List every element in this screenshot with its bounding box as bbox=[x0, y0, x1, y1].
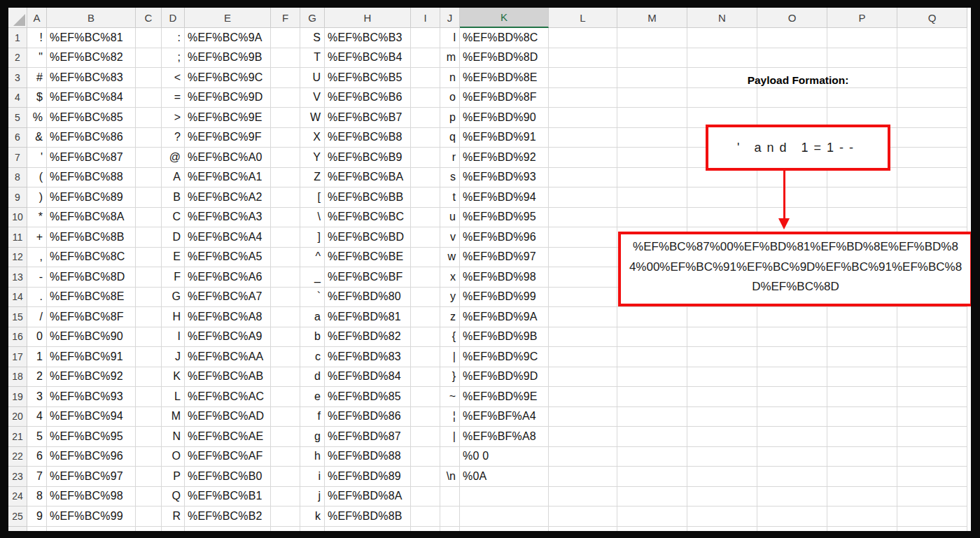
cell-I18[interactable] bbox=[411, 367, 440, 388]
row-header-12[interactable]: 12 bbox=[8, 248, 27, 268]
cell-A25[interactable]: 9 bbox=[27, 507, 47, 527]
cell-I13[interactable] bbox=[411, 267, 440, 288]
cell-I20[interactable] bbox=[411, 407, 440, 427]
cell-C19[interactable] bbox=[136, 387, 162, 407]
cell-F16[interactable] bbox=[271, 327, 300, 348]
cell-C12[interactable] bbox=[136, 248, 162, 268]
cell-A8[interactable]: ( bbox=[27, 168, 47, 188]
cell-F10[interactable] bbox=[271, 208, 300, 228]
cell-G13[interactable]: _ bbox=[300, 267, 325, 288]
cell-E11[interactable]: %EF%BC%A4 bbox=[185, 227, 271, 248]
row-header-18[interactable]: 18 bbox=[8, 367, 27, 388]
cell-N19[interactable] bbox=[687, 387, 757, 407]
cell-C18[interactable] bbox=[136, 367, 162, 388]
cell-B3[interactable]: %EF%BC%83 bbox=[47, 68, 136, 88]
cell-M15[interactable] bbox=[617, 307, 687, 327]
cell-M26[interactable] bbox=[617, 527, 687, 532]
cell-J15[interactable]: z bbox=[440, 307, 460, 327]
cell-B2[interactable]: %EF%BC%82 bbox=[47, 48, 136, 69]
column-header-H[interactable]: H bbox=[325, 8, 411, 28]
cell-F7[interactable] bbox=[271, 148, 300, 168]
cell-Q4[interactable] bbox=[897, 88, 967, 108]
cell-C13[interactable] bbox=[136, 267, 162, 288]
cell-C17[interactable] bbox=[136, 347, 162, 367]
cell-D3[interactable]: < bbox=[162, 68, 185, 88]
column-header-M[interactable]: M bbox=[617, 8, 687, 28]
cell-N20[interactable] bbox=[687, 407, 757, 427]
row-header-22[interactable]: 22 bbox=[8, 447, 27, 467]
cell-M10[interactable] bbox=[617, 208, 687, 228]
cell-Q17[interactable] bbox=[897, 347, 967, 367]
cell-F19[interactable] bbox=[271, 387, 300, 407]
cell-G12[interactable]: ^ bbox=[300, 248, 325, 268]
cell-B21[interactable]: %EF%BC%95 bbox=[47, 427, 136, 447]
cell-J7[interactable]: r bbox=[440, 148, 460, 168]
cell-H24[interactable]: %EF%BD%8A bbox=[325, 487, 411, 507]
cell-F21[interactable] bbox=[271, 427, 300, 447]
cell-G14[interactable]: ` bbox=[300, 288, 325, 308]
cell-L12[interactable] bbox=[549, 248, 617, 268]
select-all-corner[interactable] bbox=[8, 8, 27, 28]
cell-P16[interactable] bbox=[827, 327, 897, 348]
column-header-G[interactable]: G bbox=[300, 8, 325, 28]
column-header-L[interactable]: L bbox=[549, 8, 617, 28]
cell-D8[interactable]: A bbox=[162, 168, 185, 188]
cell-G21[interactable]: g bbox=[300, 427, 325, 447]
cell-I14[interactable] bbox=[411, 288, 440, 308]
cell-H20[interactable]: %EF%BD%86 bbox=[325, 407, 411, 427]
cell-E25[interactable]: %EF%BC%B2 bbox=[185, 507, 271, 527]
cell-L2[interactable] bbox=[549, 48, 617, 69]
cell-F8[interactable] bbox=[271, 168, 300, 188]
cell-J10[interactable]: u bbox=[440, 208, 460, 228]
column-header-P[interactable]: P bbox=[827, 8, 897, 28]
cell-H2[interactable]: %EF%BC%B4 bbox=[325, 48, 411, 69]
cell-G15[interactable]: a bbox=[300, 307, 325, 327]
cell-C22[interactable] bbox=[136, 447, 162, 467]
cell-M6[interactable] bbox=[617, 128, 687, 148]
cell-A13[interactable]: - bbox=[27, 267, 47, 288]
cell-O2[interactable] bbox=[757, 48, 827, 69]
cell-A24[interactable]: 8 bbox=[27, 487, 47, 507]
cell-I10[interactable] bbox=[411, 208, 440, 228]
cell-A15[interactable]: / bbox=[27, 307, 47, 327]
cell-N17[interactable] bbox=[687, 347, 757, 367]
cell-H17[interactable]: %EF%BD%83 bbox=[325, 347, 411, 367]
cell-I25[interactable] bbox=[411, 507, 440, 527]
cell-H16[interactable]: %EF%BD%82 bbox=[325, 327, 411, 348]
cell-O20[interactable] bbox=[757, 407, 827, 427]
cell-N10[interactable] bbox=[687, 208, 757, 228]
cell-C14[interactable] bbox=[136, 288, 162, 308]
cell-E21[interactable]: %EF%BC%AE bbox=[185, 427, 271, 447]
cell-P20[interactable] bbox=[827, 407, 897, 427]
cell-P24[interactable] bbox=[827, 487, 897, 507]
cell-D26[interactable] bbox=[162, 527, 185, 532]
cell-A18[interactable]: 2 bbox=[27, 367, 47, 388]
cell-D10[interactable]: C bbox=[162, 208, 185, 228]
cell-H26[interactable] bbox=[325, 527, 411, 532]
cell-F13[interactable] bbox=[271, 267, 300, 288]
cell-Q21[interactable] bbox=[897, 427, 967, 447]
cell-G16[interactable]: b bbox=[300, 327, 325, 348]
row-header-26[interactable] bbox=[8, 527, 27, 532]
cell-B16[interactable]: %EF%BC%90 bbox=[47, 327, 136, 348]
cell-M19[interactable] bbox=[617, 387, 687, 407]
cell-K9[interactable]: %EF%BD%94 bbox=[460, 187, 549, 208]
cell-H7[interactable]: %EF%BC%B9 bbox=[325, 148, 411, 168]
cell-A20[interactable]: 4 bbox=[27, 407, 47, 427]
row-header-6[interactable]: 6 bbox=[8, 128, 27, 148]
cell-D7[interactable]: @ bbox=[162, 148, 185, 168]
column-header-N[interactable]: N bbox=[687, 8, 757, 28]
cell-F11[interactable] bbox=[271, 227, 300, 248]
column-header-K[interactable]: K bbox=[460, 8, 549, 28]
cell-C25[interactable] bbox=[136, 507, 162, 527]
cell-C5[interactable] bbox=[136, 108, 162, 128]
cell-N1[interactable] bbox=[687, 28, 757, 48]
cell-J26[interactable] bbox=[440, 527, 460, 532]
cell-C24[interactable] bbox=[136, 487, 162, 507]
cell-Q24[interactable] bbox=[897, 487, 967, 507]
column-header-F[interactable]: F bbox=[271, 8, 300, 28]
cell-M1[interactable] bbox=[617, 28, 687, 48]
column-header-O[interactable]: O bbox=[757, 8, 827, 28]
cell-I1[interactable] bbox=[411, 28, 440, 48]
cell-J23[interactable]: \n bbox=[440, 467, 460, 487]
